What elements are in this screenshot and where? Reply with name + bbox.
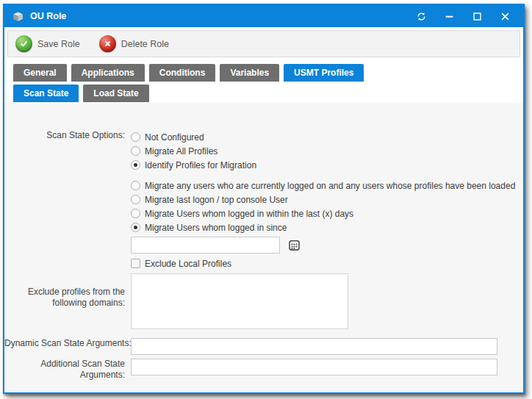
logged-in-since-date-row [131,237,523,254]
radio-label[interactable]: Migrate All Profiles [145,146,218,157]
logged-in-since-date-input[interactable] [131,237,280,254]
exclude-domains-label: Exclude profiles from the following doma… [4,273,131,332]
radio-label[interactable]: Identify Profiles for Migration [145,160,256,170]
ou-role-window: OU Role [3,4,525,394]
radio-option-logged-in-since[interactable]: Migrate Users whom logged in since [131,220,523,234]
radio-label[interactable]: Migrate any users who are currently logg… [145,181,515,191]
radio-option-last-logon[interactable]: Migrate last logon / top console User [131,193,523,206]
dynamic-args-row: Dynamic Scan State Arguments: [4,338,523,355]
close-icon[interactable] [491,6,519,26]
radio-icon[interactable] [131,195,140,204]
titlebar: OU Role [4,5,523,27]
radio-label[interactable]: Migrate Users whom logged in within the … [145,209,353,219]
radio-option-identify-profiles[interactable]: Identify Profiles for Migration [131,158,523,172]
radio-icon[interactable] [131,132,140,142]
save-icon [15,35,32,52]
main-tabs: General Applications Conditions Variable… [13,64,523,82]
radio-icon[interactable] [131,146,140,156]
radio-label[interactable]: Not Configured [145,132,204,143]
scan-state-options-row: Scan State Options: Not Configured Migra… [4,130,523,270]
sub-tabs: Scan State Load State [13,85,523,102]
radio-option-not-configured[interactable]: Not Configured [131,130,523,144]
scan-state-panel: Scan State Options: Not Configured Migra… [4,103,523,392]
radio-icon[interactable] [131,160,140,170]
dynamic-args-label: Dynamic Scan State Arguments: [4,338,131,349]
checkbox-icon[interactable] [131,259,140,268]
calendar-icon[interactable] [287,238,301,253]
tab-scan-state[interactable]: Scan State [13,85,79,102]
radio-option-currently-logged-on[interactable]: Migrate any users who are currently logg… [131,179,523,193]
scan-options-group: Not Configured Migrate All Profiles Iden… [131,130,523,172]
exclude-local-profiles-checkbox-row[interactable]: Exclude Local Profiles [131,256,523,270]
maximize-icon[interactable] [463,6,491,26]
additional-args-label: Additional Scan State Arguments: [4,359,131,381]
checkbox-label[interactable]: Exclude Local Profiles [145,259,231,269]
tab-applications[interactable]: Applications [71,64,145,82]
toolbar: Save Role Delete Role [7,30,520,57]
radio-label[interactable]: Migrate Users whom logged in since [145,223,287,233]
minimize-icon[interactable] [435,6,463,26]
window-title: OU Role [30,11,407,21]
exclude-domains-textarea[interactable] [131,273,348,329]
radio-icon[interactable] [131,181,140,190]
dynamic-args-input[interactable] [131,338,497,355]
delete-role-button[interactable]: Delete Role [99,35,169,52]
scan-state-options-label: Scan State Options: [4,130,131,270]
tab-conditions[interactable]: Conditions [149,64,216,82]
tab-usmt-profiles[interactable]: USMT Profiles [284,64,364,82]
migrate-options-group: Migrate any users who are currently logg… [131,179,523,234]
delete-icon [99,35,116,52]
additional-args-row: Additional Scan State Arguments: [4,359,523,381]
radio-label[interactable]: Migrate last logon / top console User [145,195,288,205]
save-role-label: Save Role [37,39,80,49]
additional-args-input[interactable] [131,359,497,375]
radio-option-migrate-all[interactable]: Migrate All Profiles [131,144,523,158]
tab-general[interactable]: General [13,64,67,82]
radio-icon[interactable] [131,209,140,218]
tab-load-state[interactable]: Load State [83,85,148,102]
exclude-domains-row: Exclude profiles from the following doma… [4,273,523,332]
refresh-icon[interactable] [407,6,435,26]
radio-option-last-x-days[interactable]: Migrate Users whom logged in within the … [131,206,523,220]
save-role-button[interactable]: Save Role [15,35,80,52]
app-icon [12,10,24,23]
tab-variables[interactable]: Variables [220,64,279,82]
delete-role-label: Delete Role [121,39,169,49]
radio-icon[interactable] [131,223,140,232]
